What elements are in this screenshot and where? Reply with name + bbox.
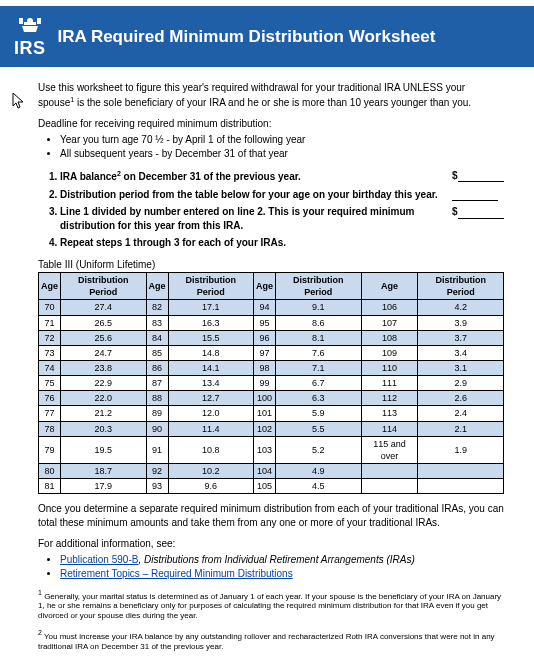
table-cell: 9.6: [168, 479, 253, 494]
table-cell: 96: [254, 330, 276, 345]
page-root: IRS IRA Required Minimum Distribution Wo…: [0, 6, 534, 658]
table-cell: 4.5: [276, 479, 361, 494]
table-cell: 5.2: [276, 436, 361, 463]
table-cell: 70: [39, 300, 61, 315]
table-cell: 109: [361, 345, 418, 360]
table-cell: 12.0: [168, 406, 253, 421]
table-cell: 86: [146, 361, 168, 376]
table-cell: 26.5: [61, 315, 146, 330]
table-cell: [361, 479, 418, 494]
footnote-1-text: Generally, your marital status is determ…: [38, 591, 501, 620]
worksheet-steps: IRA balance2 on December 31 of the previ…: [38, 169, 504, 250]
link-pub-590b[interactable]: Publication 590-B: [60, 554, 138, 565]
table-row: 7324.78514.8977.61093.4: [39, 345, 504, 360]
table-cell: 84: [146, 330, 168, 345]
deadline-bullet: All subsequent years - by December 31 of…: [60, 147, 504, 161]
see-link-item: Publication 590-B, Distributions from In…: [60, 553, 504, 567]
table-cell: 106: [361, 300, 418, 315]
step-1-text: IRA balance: [60, 171, 117, 182]
table-cell: 20.3: [61, 421, 146, 436]
table-cell: 88: [146, 391, 168, 406]
table-cell: 90: [146, 421, 168, 436]
table-cell: 92: [146, 463, 168, 478]
table-cell: 3.4: [418, 345, 504, 360]
table-cell: [418, 463, 504, 478]
table-header: Distribution Period: [418, 273, 504, 300]
table-cell: 27.4: [61, 300, 146, 315]
table-cell: 111: [361, 376, 418, 391]
footnote-2: 2 You must increase your IRA balance by …: [38, 629, 504, 652]
svg-rect-0: [19, 18, 23, 24]
irs-logo: IRS: [14, 16, 46, 57]
table-cell: 18.7: [61, 463, 146, 478]
table-cell: 10.8: [168, 436, 253, 463]
table-row: 7423.88614.1987.11103.1: [39, 361, 504, 376]
table-cell: 82: [146, 300, 168, 315]
blank-input-line[interactable]: [458, 208, 504, 219]
step-1: IRA balance2 on December 31 of the previ…: [60, 169, 504, 184]
table-cell: 2.4: [418, 406, 504, 421]
table-cell: 102: [254, 421, 276, 436]
table-row: 7721.28912.01015.91132.4: [39, 406, 504, 421]
table-cell: 7.1: [276, 361, 361, 376]
intro-text-2: is the sole beneficiary of your IRA and …: [74, 97, 471, 108]
table-cell: 5.5: [276, 421, 361, 436]
deadline-label: Deadline for receiving required minimum …: [38, 117, 504, 131]
see-links: Publication 590-B, Distributions from In…: [38, 553, 504, 581]
table-cell: 8.6: [276, 315, 361, 330]
table-cell: 3.7: [418, 330, 504, 345]
table-cell: 11.4: [168, 421, 253, 436]
table-cell: 16.3: [168, 315, 253, 330]
table-cell: 87: [146, 376, 168, 391]
blank-input-line[interactable]: [452, 190, 498, 201]
table-cell: 75: [39, 376, 61, 391]
table-header: Age: [361, 273, 418, 300]
footnote-1: 1 Generally, your marital status is dete…: [38, 589, 504, 622]
table-row: 7820.39011.41025.51142.1: [39, 421, 504, 436]
table-cell: 12.7: [168, 391, 253, 406]
step-3-text: Line 1 divided by number entered on line…: [60, 205, 448, 232]
table-cell: 83: [146, 315, 168, 330]
page-title: IRA Required Minimum Distribution Worksh…: [58, 27, 436, 47]
table-cell: 101: [254, 406, 276, 421]
link-pub-590b-tail: , Distributions from Individual Retireme…: [138, 554, 414, 565]
table-cell: 71: [39, 315, 61, 330]
header-bar: IRS IRA Required Minimum Distribution Wo…: [0, 6, 534, 67]
table-cell: 112: [361, 391, 418, 406]
table-cell: 23.8: [61, 361, 146, 376]
table-cell: 8.1: [276, 330, 361, 345]
table-row: 7622.08812.71006.31122.6: [39, 391, 504, 406]
table-cell: 78: [39, 421, 61, 436]
eagle-icon: [16, 16, 44, 37]
table-cell: 5.9: [276, 406, 361, 421]
link-retirement-topics[interactable]: Retirement Topics – Required Minimum Dis…: [60, 568, 293, 579]
table-cell: 15.5: [168, 330, 253, 345]
table-cell: 115 and over: [361, 436, 418, 463]
table-cell: 103: [254, 436, 276, 463]
table-caption: Table III (Uniform Lifetime): [38, 258, 504, 272]
table-header: Age: [39, 273, 61, 300]
table-row: 7522.98713.4996.71112.9: [39, 376, 504, 391]
table-header: Age: [146, 273, 168, 300]
table-cell: 73: [39, 345, 61, 360]
deadline-bullet: Year you turn age 70 ½ - by April 1 of t…: [60, 133, 504, 147]
svg-rect-1: [37, 18, 41, 24]
table-row: 8018.79210.21044.9: [39, 463, 504, 478]
table-cell: 77: [39, 406, 61, 421]
table-cell: 76: [39, 391, 61, 406]
lifetime-table: AgeDistribution PeriodAgeDistribution Pe…: [38, 272, 504, 494]
table-cell: 2.9: [418, 376, 504, 391]
table-cell: 3.9: [418, 315, 504, 330]
document-body: Use this worksheet to figure this year's…: [0, 81, 534, 658]
step-3-value: $: [448, 205, 504, 219]
table-cell: 22.9: [61, 376, 146, 391]
step-4-text: Repeat steps 1 through 3 for each of you…: [60, 236, 504, 250]
table-cell: 4.9: [276, 463, 361, 478]
table-cell: 110: [361, 361, 418, 376]
table-cell: [361, 463, 418, 478]
table-cell: 14.8: [168, 345, 253, 360]
table-header: Distribution Period: [61, 273, 146, 300]
table-header: Distribution Period: [276, 273, 361, 300]
table-cell: 21.2: [61, 406, 146, 421]
blank-input-line[interactable]: [458, 171, 504, 182]
